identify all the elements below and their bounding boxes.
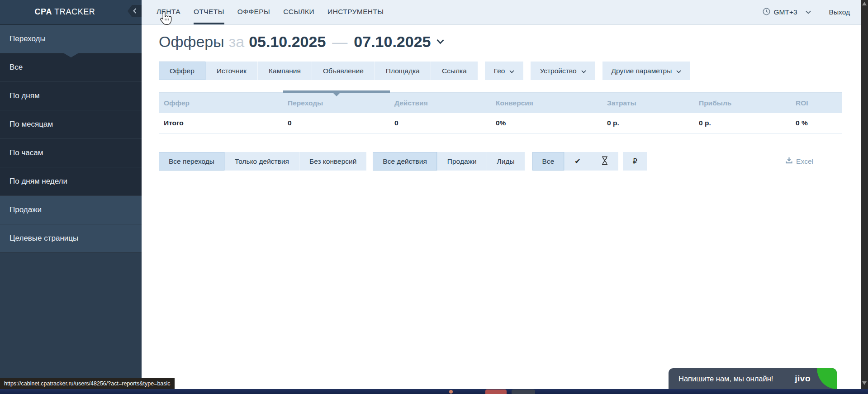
filter-status-pending[interactable]	[591, 152, 618, 171]
actions-filter-group: Все действия Продажи Лиды	[373, 152, 524, 171]
column-header-zatraty[interactable]: Затраты	[602, 99, 694, 107]
dropdown-label: Гео	[494, 67, 505, 75]
dim-tab-kampaniya[interactable]: Кампания	[258, 62, 312, 80]
date-to[interactable]: 07.10.2025	[354, 33, 431, 51]
filter-tolko-deystviya[interactable]: Только действия	[225, 152, 299, 171]
chevron-down-icon	[509, 67, 514, 75]
filter-prodazhi[interactable]: Продажи	[437, 152, 487, 171]
sidebar-item-po-dnyam-nedeli[interactable]: По дням недели	[0, 167, 142, 196]
main-content: Офферы за 05.10.2025 — 07.10.2025 Оффер …	[142, 25, 861, 389]
taskbar-dot-icon	[449, 390, 453, 394]
timezone-value: GMT+3	[774, 8, 797, 16]
sidebar-item-celevye-stranicy[interactable]: Целевые страницы	[0, 224, 142, 253]
logout-link[interactable]: Выход	[829, 8, 850, 16]
tab-ssylki[interactable]: ССЫЛКИ	[283, 0, 314, 24]
sidebar-item-label: По часам	[9, 148, 43, 157]
timezone-selector[interactable]: GMT+3	[763, 8, 811, 17]
cpa-tracker-app: CPA TRACKER Переходы Все По дням По меся…	[0, 0, 868, 394]
dim-tab-label: Кампания	[269, 67, 301, 75]
clock-icon	[763, 8, 770, 17]
column-header-konversiya[interactable]: Конверсия	[491, 99, 602, 107]
sidebar-item-label: По дням недели	[9, 177, 67, 186]
dropdown-ustroystvo[interactable]: Устройство	[531, 62, 595, 80]
date-range-chevron-icon[interactable]	[436, 39, 444, 44]
dim-tab-label: Объявление	[323, 67, 364, 75]
dimension-tab-group: Оффер Источник Кампания Объявление Площа…	[159, 62, 478, 80]
chevron-left-icon	[133, 7, 137, 15]
sidebar-collapse-button[interactable]	[128, 5, 142, 17]
filter-label: Все действия	[383, 157, 427, 166]
sidebar-item-perehody[interactable]: Переходы	[0, 25, 142, 53]
sidebar-item-label: Продажи	[9, 205, 42, 214]
filter-vse-perehody[interactable]: Все переходы	[159, 152, 225, 171]
sidebar-item-label: Все	[9, 63, 23, 72]
sidebar-item-label: Целевые страницы	[9, 234, 78, 243]
tab-lenta[interactable]: ЛЕНТА	[157, 0, 180, 24]
dim-tab-ploshchadka[interactable]: Площадка	[375, 62, 431, 80]
dim-tab-ssylka[interactable]: Ссылка	[431, 62, 478, 80]
browser-scrollbar[interactable]	[861, 0, 868, 389]
dimension-tabs-row: Оффер Источник Кампания Объявление Площа…	[159, 62, 861, 80]
sidebar-item-prodazhi[interactable]: Продажи	[0, 196, 142, 224]
column-header-deystviya[interactable]: Действия	[390, 99, 491, 107]
dim-tab-obyavlenie[interactable]: Объявление	[312, 62, 375, 80]
filter-status-vse[interactable]: Все	[532, 152, 565, 171]
scrollbar-up-arrow-icon[interactable]	[862, 2, 867, 5]
taskbar-red-button[interactable]	[485, 389, 507, 394]
filter-vse-deystviya[interactable]: Все действия	[373, 152, 437, 171]
dropdown-geo[interactable]: Гео	[485, 62, 524, 80]
filter-label: Без конверсий	[309, 157, 356, 166]
sidebar-item-po-chasam[interactable]: По часам	[0, 139, 142, 167]
sidebar-item-po-dnyam[interactable]: По дням	[0, 82, 142, 110]
chat-message: Напишите нам, мы онлайн!	[678, 375, 773, 383]
taskbar	[0, 389, 868, 394]
sort-indicator[interactable]	[283, 90, 390, 93]
column-header-offer[interactable]: Оффер	[159, 99, 283, 107]
filter-label: Все	[542, 157, 555, 166]
dropdown-drugie-parametry[interactable]: Другие параметры	[602, 62, 691, 80]
chat-widget[interactable]: Напишите нам, мы онлайн! jivo	[669, 368, 837, 389]
total-roi: 0 %	[791, 119, 842, 127]
tab-offery[interactable]: ОФФЕРЫ	[237, 0, 270, 24]
sidebar-item-po-mesyacam[interactable]: По месяцам	[0, 110, 142, 139]
sidebar-item-vse[interactable]: Все	[0, 53, 142, 82]
date-from[interactable]: 05.10.2025	[249, 33, 326, 51]
taskbar-gray-button[interactable]	[512, 389, 535, 394]
dim-tab-label: Площадка	[386, 67, 420, 75]
filter-label: Только действия	[235, 157, 289, 166]
dim-tab-label: Ссылка	[442, 67, 467, 75]
filter-label: Продажи	[447, 157, 477, 166]
dim-tab-istochnik[interactable]: Источник	[206, 62, 258, 80]
chevron-down-icon	[676, 67, 681, 75]
dropdown-label: Устройство	[540, 67, 576, 75]
topbar-right: GMT+3 Выход	[763, 0, 850, 24]
column-header-roi[interactable]: ROI	[791, 99, 842, 107]
check-icon: ✔	[574, 157, 580, 166]
column-header-pribyl[interactable]: Прибыль	[694, 99, 791, 107]
scrollbar-down-arrow-icon[interactable]	[862, 381, 867, 385]
filter-label: Лиды	[497, 157, 515, 166]
chevron-down-icon	[581, 67, 586, 75]
column-header-perehody[interactable]: Переходы	[283, 99, 390, 107]
tab-otchety[interactable]: ОТЧЕТЫ	[194, 0, 224, 24]
download-icon	[786, 157, 792, 166]
sidebar: CPA TRACKER Переходы Все По дням По меся…	[0, 0, 142, 389]
table-total-row: Итого 0 0 0% 0 р. 0 р. 0 %	[159, 113, 842, 133]
filter-bez-konversiy[interactable]: Без конверсий	[299, 152, 366, 171]
export-excel-button[interactable]: Excel	[786, 157, 813, 166]
sidebar-item-label: По месяцам	[9, 120, 53, 129]
dim-tab-offer[interactable]: Оффер	[159, 62, 206, 80]
filter-lidy[interactable]: Лиды	[487, 152, 525, 171]
total-pribyl: 0 р.	[694, 119, 791, 127]
total-deystviya: 0	[390, 119, 491, 127]
dim-tab-label: Оффер	[170, 67, 194, 75]
jivo-leaf-icon	[817, 368, 837, 389]
ruble-icon: ₽	[633, 157, 637, 166]
tab-instrumenty[interactable]: ИНСТРУМЕНТЫ	[327, 0, 384, 24]
title-preposition: за	[229, 33, 245, 51]
filter-status-confirmed[interactable]: ✔	[564, 152, 591, 171]
table-header-row: Оффер Переходы Действия Конверсия Затрат…	[159, 93, 842, 113]
filter-ruble[interactable]: ₽	[623, 152, 647, 171]
total-perehody: 0	[283, 119, 390, 127]
sidebar-item-label: По дням	[9, 91, 40, 100]
